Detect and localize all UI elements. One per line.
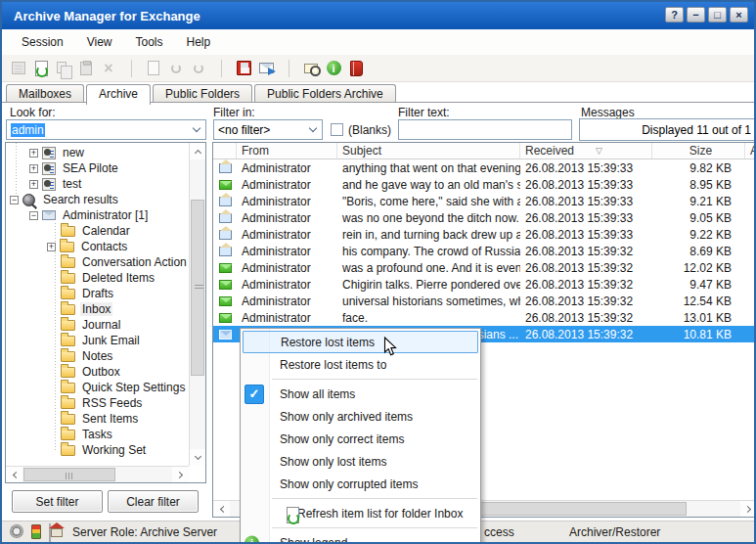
expander-icon[interactable] — [29, 211, 38, 220]
scroll-up-button[interactable] — [190, 143, 206, 159]
tree-item[interactable]: Sent Items — [6, 411, 189, 427]
tree-item[interactable]: Contacts — [6, 239, 189, 254]
tree-item[interactable]: Working Set — [6, 442, 189, 458]
message-row[interactable]: Administrator anything that went on that… — [213, 159, 756, 176]
filter-in-combobox[interactable]: <no filter> — [213, 119, 323, 140]
tree-item[interactable]: new — [6, 145, 189, 160]
attachments-column-header[interactable]: At — [745, 143, 756, 159]
refresh-icon[interactable] — [32, 60, 50, 77]
scroll-left-button[interactable] — [6, 467, 22, 483]
scroll-thumb[interactable] — [191, 200, 204, 376]
menu-item-label: Show only corrupted items — [280, 477, 418, 491]
message-row[interactable]: Administrator and he gave way to an old … — [213, 176, 756, 193]
menu-item-show-only-correct-items[interactable]: Show only correct items — [241, 428, 480, 450]
expander-icon[interactable] — [29, 180, 38, 189]
chevron-down-icon[interactable] — [305, 121, 321, 138]
menu-item-restore-lost-items-to[interactable]: Restore lost items to — [241, 353, 480, 376]
icon-column-header[interactable] — [213, 143, 237, 159]
folder-icon — [61, 257, 75, 268]
send-mail-icon[interactable] — [257, 60, 275, 77]
tree-item[interactable]: Drafts — [6, 286, 189, 301]
received-cell: 26.08.2013 15:39:33 — [520, 228, 652, 242]
legend-book-icon[interactable] — [347, 60, 365, 77]
chevron-down-icon[interactable] — [189, 121, 204, 138]
tree-item[interactable]: Outbox — [6, 364, 189, 380]
menu-item-show-only-archived-items[interactable]: Show only archived items — [241, 405, 480, 428]
menu-item-restore-lost-items[interactable]: Restore lost items — [243, 331, 478, 353]
tree-item[interactable]: Junk Email — [6, 333, 189, 348]
message-row[interactable]: Administrator was a profound one. And it… — [213, 259, 756, 276]
tree-item[interactable]: Deleted Items — [6, 270, 189, 286]
tree-item[interactable]: Journal — [6, 317, 189, 333]
tree-item[interactable]: Conversation Action — [6, 254, 189, 270]
tree-item[interactable]: Inbox — [6, 301, 189, 317]
tab-mailboxes[interactable]: Mailboxes — [6, 84, 84, 103]
expander-icon[interactable] — [10, 196, 19, 204]
message-row[interactable]: Administrator rein in, and turning back … — [213, 226, 756, 243]
tree-item[interactable]: Search results — [6, 192, 189, 207]
message-row[interactable]: Administrator face. 26.08.2013 15:39:32 … — [213, 309, 756, 326]
menu-item-show-only-corrupted-items[interactable]: Show only corrupted items — [241, 473, 480, 495]
menu-tools[interactable]: Tools — [124, 31, 175, 53]
expander-icon[interactable] — [29, 149, 38, 158]
message-row[interactable]: Administrator "Boris, come here," said s… — [213, 193, 756, 209]
menu-item-show-only-lost-items[interactable]: Show only lost items — [241, 450, 480, 473]
scroll-right-button[interactable] — [172, 467, 189, 483]
messages-label: Messages — [581, 106, 635, 119]
received-column-header[interactable]: Received ▽ — [520, 143, 652, 159]
tab-public-folders[interactable]: Public Folders — [153, 84, 252, 103]
tree-item[interactable]: SEA Pilote — [6, 160, 189, 176]
filter-text-input[interactable] — [398, 119, 572, 140]
tree-item[interactable]: Administrator [1] — [6, 207, 189, 223]
message-list: Administrator anything that went on that… — [213, 159, 756, 342]
tree-item[interactable]: RSS Feeds — [6, 395, 189, 411]
scroll-right-button[interactable] — [740, 501, 756, 518]
message-row[interactable]: Administrator his company. The crowd of … — [213, 243, 756, 259]
window-controls: ? − □ × — [665, 7, 748, 23]
scroll-thumb[interactable] — [23, 468, 115, 481]
tree-horizontal-scrollbar[interactable] — [6, 466, 189, 482]
scroll-down-button[interactable] — [190, 449, 206, 466]
menu-help[interactable]: Help — [175, 31, 223, 53]
expander-icon[interactable] — [29, 164, 38, 173]
message-row[interactable]: Administrator universal historians somet… — [213, 293, 756, 309]
menu-item-refresh-item-list[interactable]: Refresh item list for folder Inbox — [241, 502, 480, 524]
tab-archive[interactable]: Archive — [86, 84, 151, 105]
menu-item-show-all-items[interactable]: Show all items — [241, 383, 480, 405]
from-column-header[interactable]: From — [237, 143, 337, 159]
tree-vertical-scrollbar[interactable] — [189, 143, 205, 466]
menu-session[interactable]: Session — [10, 31, 75, 53]
set-filter-button[interactable]: Set filter — [12, 490, 103, 513]
help-button[interactable]: ? — [665, 7, 684, 23]
menu-view[interactable]: View — [75, 31, 124, 53]
close-button[interactable]: × — [730, 7, 748, 23]
folder-icon — [61, 414, 75, 425]
message-row[interactable]: Administrator Chigirin talks. Pierre pon… — [213, 276, 756, 293]
tab-public-folders-archive[interactable]: Public Folders Archive — [254, 84, 396, 103]
received-cell: 26.08.2013 15:39:32 — [520, 261, 652, 275]
menu-separator — [241, 495, 480, 502]
message-row[interactable]: Administrator was no one beyond the ditc… — [213, 209, 756, 226]
clear-filter-button[interactable]: Clear filter — [108, 490, 199, 513]
maximize-button[interactable]: □ — [708, 7, 727, 23]
size-column-header[interactable]: Size — [652, 143, 745, 159]
scroll-left-button[interactable] — [213, 501, 230, 518]
tree-item[interactable]: Quick Step Settings — [6, 380, 189, 395]
expander-icon[interactable] — [47, 243, 56, 251]
tree-item-label: Outbox — [80, 365, 122, 379]
minimize-button[interactable]: − — [687, 7, 705, 23]
blanks-checkbox[interactable] — [331, 123, 343, 136]
toolbar-separator — [212, 60, 230, 77]
find-mail-icon[interactable] — [302, 60, 320, 77]
save-icon[interactable] — [235, 60, 252, 77]
info-icon[interactable] — [325, 60, 342, 77]
tree-item[interactable]: test — [6, 176, 189, 192]
subject-column-header[interactable]: Subject — [337, 143, 520, 159]
tree-item[interactable]: Calendar — [6, 223, 189, 239]
look-for-combobox[interactable]: admin — [6, 119, 206, 140]
new-document-icon — [145, 60, 162, 77]
menu-item-show-legend[interactable]: Show legend — [241, 531, 480, 544]
tree-item[interactable]: Tasks — [6, 427, 189, 442]
tree-item[interactable]: Notes — [6, 348, 189, 364]
properties-icon — [10, 60, 27, 77]
